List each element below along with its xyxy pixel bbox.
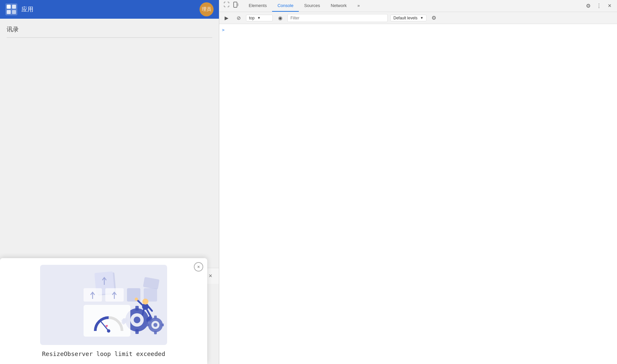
svg-rect-3	[7, 10, 11, 14]
overlay-card: ×	[0, 258, 207, 364]
devtools-tab-bar: ⛶ Elements Console Sources Network » ⚙ ⋮…	[219, 0, 617, 12]
section-title: 讯录	[7, 25, 212, 33]
divider	[7, 37, 212, 38]
svg-rect-26	[135, 306, 139, 311]
tab-console-label: Console	[277, 3, 293, 8]
console-toolbar: ▶ ⊘ top ▼ ◉ Default levels ▼ ⚙	[219, 12, 617, 24]
error-illustration: ♥	[43, 268, 164, 342]
devtools-close-button[interactable]: ×	[605, 1, 614, 11]
tab-more[interactable]: »	[352, 0, 365, 12]
tab-console[interactable]: Console	[272, 0, 299, 12]
svg-rect-27	[135, 329, 139, 334]
close-icon: ×	[197, 264, 200, 269]
console-settings-button[interactable]: ⚙	[429, 13, 439, 23]
notification-close-button[interactable]: ×	[209, 272, 212, 280]
svg-point-17	[142, 299, 148, 305]
tab-sources[interactable]: Sources	[299, 0, 326, 12]
app-content: 讯录 全部设为已读 × ×	[0, 19, 219, 364]
tab-sources-label: Sources	[304, 3, 320, 8]
svg-rect-38	[154, 331, 157, 334]
more-tabs-icon: »	[357, 3, 360, 8]
svg-rect-46	[238, 3, 238, 6]
svg-point-25	[134, 317, 140, 323]
svg-rect-40	[146, 324, 149, 326]
svg-text:♥: ♥	[105, 323, 108, 329]
svg-rect-13	[127, 288, 140, 302]
svg-rect-2	[12, 5, 16, 9]
devtools-settings-button[interactable]: ⚙	[584, 1, 593, 11]
levels-selector[interactable]: Default levels ▼	[390, 15, 426, 21]
svg-rect-1	[7, 5, 11, 9]
console-content: >	[219, 24, 617, 364]
svg-rect-37	[154, 316, 157, 319]
overlay-close-button[interactable]: ×	[194, 262, 203, 271]
devtools-panel: ⛶ Elements Console Sources Network » ⚙ ⋮…	[219, 0, 617, 364]
devtools-settings-area: ⚙ ⋮ ×	[584, 0, 614, 12]
svg-point-43	[107, 329, 110, 333]
app-title: 应用	[21, 5, 196, 13]
context-value: top	[249, 16, 255, 20]
levels-label: Default levels	[393, 16, 417, 20]
levels-chevron-icon: ▼	[420, 16, 423, 20]
tab-network[interactable]: Network	[326, 0, 352, 12]
device-mode-button[interactable]	[231, 0, 241, 9]
svg-rect-41	[84, 305, 130, 337]
inspect-mode-button[interactable]: ⛶	[222, 0, 231, 9]
console-filter-input[interactable]	[287, 14, 388, 22]
svg-point-36	[153, 323, 157, 327]
console-stop-button[interactable]: ⊘	[234, 13, 243, 23]
svg-point-19	[135, 298, 138, 301]
tab-network-label: Network	[331, 3, 347, 8]
error-message: ResizeObserver loop limit exceeded	[42, 350, 165, 357]
tab-elements[interactable]: Elements	[243, 0, 272, 12]
tab-elements-label: Elements	[249, 3, 267, 8]
app-logo-icon	[5, 3, 17, 15]
console-eye-button[interactable]: ◉	[275, 13, 285, 23]
app-header: 应用 理员	[0, 0, 219, 19]
app-panel: 应用 理员 讯录 全部设为已读 × ×	[0, 0, 219, 364]
context-selector[interactable]: top ▼	[246, 15, 273, 21]
svg-rect-45	[234, 2, 237, 7]
devtools-more-options-button[interactable]: ⋮	[594, 1, 604, 11]
console-play-button[interactable]: ▶	[222, 13, 231, 23]
svg-rect-39	[161, 324, 164, 326]
context-chevron-icon: ▼	[257, 16, 261, 20]
console-prompt: >	[222, 27, 225, 32]
user-avatar[interactable]: 理员	[200, 2, 214, 16]
svg-rect-4	[12, 10, 16, 14]
illustration-box: ♥	[40, 265, 167, 345]
